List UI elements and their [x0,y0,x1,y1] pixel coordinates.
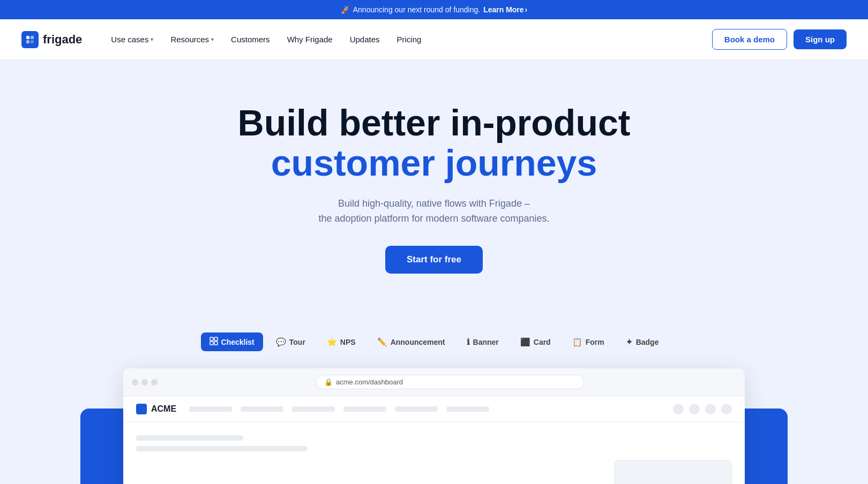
skeleton-subheading [136,446,308,451]
hero-section: Build better in-product customer journey… [0,60,868,306]
browser-mockup-wrapper: 🔒 acme.com/dashboard ACME [21,368,847,484]
tab-announcement[interactable]: ✏️ Announcement [369,333,454,351]
svg-rect-0 [26,36,29,39]
skeleton-item [343,406,386,412]
tab-card[interactable]: ⬛ Card [512,333,559,351]
page-nav-skeleton [189,406,489,412]
browser-address-bar[interactable]: 🔒 acme.com/dashboard [316,375,584,389]
page-sidebar [614,460,732,484]
hero-title: Build better in-product customer journey… [21,103,847,183]
skeleton-item [241,406,283,412]
skeleton-item [189,406,232,412]
page-grid [136,460,732,484]
browser-url: acme.com/dashboard [336,378,403,386]
page-nav-icons [673,404,732,414]
skeleton-item [292,406,335,412]
nav-resources[interactable]: Resources ▾ [163,31,221,48]
checklist-icon [209,337,218,347]
announcement-emoji: 🚀 [341,5,350,14]
svg-rect-5 [214,337,218,341]
skeleton-item [446,406,489,412]
svg-rect-6 [210,342,213,345]
tab-checklist[interactable]: Checklist [201,332,263,351]
tour-icon: 💬 [276,337,286,347]
page-body [123,422,745,484]
page-content-skeleton [136,435,732,451]
skeleton-icon [673,404,684,414]
browser-mockup: 🔒 acme.com/dashboard ACME [123,368,745,484]
announcement-link[interactable]: Learn More › [483,5,527,14]
skeleton-icon [689,404,700,414]
page-nav-bar: ACME [123,396,745,422]
page-logo-icon [136,404,147,414]
hero-subtitle: Build high-quality, native flows with Fr… [21,196,847,227]
svg-rect-1 [31,36,34,39]
form-icon: 📋 [572,337,582,347]
logo-icon [21,31,39,48]
browser-top-bar: 🔒 acme.com/dashboard [123,368,745,396]
lock-icon: 🔒 [324,378,333,386]
skeleton-card [614,460,732,484]
announcement-bar: 🚀 Announcing our next round of funding. … [0,0,868,19]
book-demo-button[interactable]: Book a demo [712,29,787,50]
sign-up-button[interactable]: Sign up [794,29,847,49]
browser-dot-red [132,379,138,385]
page-logo: ACME [136,404,176,414]
announcement-icon: ✏️ [377,337,387,347]
nav-customers[interactable]: Customers [223,31,278,48]
start-for-free-button[interactable]: Start for free [385,246,483,274]
chevron-down-icon: ▾ [211,36,214,42]
tab-form[interactable]: 📋 Form [564,333,613,351]
tab-banner[interactable]: ℹ Banner [458,333,507,351]
skeleton-item [395,406,438,412]
skeleton-icon [721,404,732,414]
nav-actions: Book a demo Sign up [712,29,847,50]
badge-icon: ✦ [626,337,633,347]
svg-rect-3 [31,40,34,43]
nav-pricing[interactable]: Pricing [390,31,429,48]
banner-icon: ℹ [467,337,470,347]
card-icon: ⬛ [520,337,530,347]
feature-tabs: Checklist 💬 Tour ⭐ NPS ✏️ Announcement ℹ… [21,332,847,351]
browser-dot-green [151,379,158,385]
tab-badge[interactable]: ✦ Badge [617,333,668,351]
page-main [136,460,605,484]
nav-links: Use cases ▾ Resources ▾ Customers Why Fr… [103,31,712,48]
browser-content: ACME [123,396,745,484]
nav-why-frigade[interactable]: Why Frigade [280,31,340,48]
tab-tour[interactable]: 💬 Tour [267,333,314,351]
browser-dots [132,379,158,385]
browser-dot-yellow [141,379,148,385]
skeleton-heading [136,435,243,441]
svg-rect-7 [214,342,218,345]
main-navigation: frigade Use cases ▾ Resources ▾ Customer… [0,19,868,60]
chevron-down-icon: ▾ [151,36,153,42]
nav-use-cases[interactable]: Use cases ▾ [103,31,161,48]
skeleton-icon [705,404,716,414]
svg-rect-2 [26,40,29,43]
logo-text: frigade [43,33,82,47]
announcement-text: Announcing our next round of funding. [353,5,480,14]
nav-updates[interactable]: Updates [342,31,387,48]
nps-icon: ⭐ [327,337,337,347]
svg-rect-4 [210,337,213,341]
tab-nps[interactable]: ⭐ NPS [318,333,364,351]
logo[interactable]: frigade [21,31,82,48]
features-section: Checklist 💬 Tour ⭐ NPS ✏️ Announcement ℹ… [0,306,868,484]
page-logo-text: ACME [151,404,176,414]
